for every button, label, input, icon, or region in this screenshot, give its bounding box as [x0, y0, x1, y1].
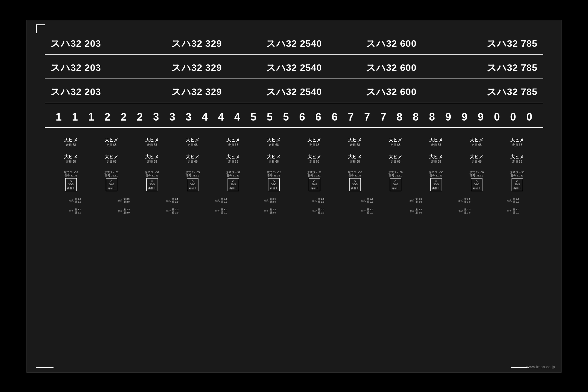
number-section: 1 1 1 2 2 2 3 3 3 4 4 4 5 5 5 6 6 6 7 7 …: [45, 104, 543, 129]
num-28: 0: [489, 111, 505, 123]
num-25: 9: [440, 111, 456, 123]
small-cell-2-3: 大ヒメ定員 68: [132, 154, 172, 164]
tiny-cell-2-7: 形式量 3.5重 3.0: [343, 208, 392, 214]
header-section-1: スハ32 203 スハ32 329 スハ32 2540 スハ32 600 スハ3…: [45, 32, 543, 56]
small-cell-1-7: 大ヒメ定員 68: [294, 137, 335, 147]
num-22: 8: [391, 111, 407, 123]
header-section-3: スハ32 203 スハ32 329 スハ32 2540 スハ32 600 スハ3…: [45, 80, 543, 104]
tiny-cell-2-6: 形式量 3.5重 3.0: [294, 208, 343, 214]
main-frame: スハ32 203 スハ32 329 スハ32 2540 スハ32 600 スハ3…: [26, 20, 562, 373]
small-cell-1-2: 大ヒメ定員 68: [91, 137, 132, 147]
tiny-cell-2-9: 形式量 3.5重 3.0: [440, 208, 489, 214]
small-cell-2-2: 大ヒメ定員 68: [91, 154, 132, 164]
tiny-cell-2-2: 形式量 3.5重 3.0: [99, 208, 148, 214]
label-3-1: スハ32 203: [51, 86, 148, 99]
num-23: 8: [407, 111, 424, 123]
badge-cell-10: 形式 スハ38番号 31.31 A36-5両替工: [416, 171, 456, 191]
label-3-4: スハ32 600: [343, 86, 440, 99]
tiny-cell-1-10: 形式量 3.5重 3.0: [489, 198, 537, 204]
tiny-cell-1-4: 形式量 3.5重 3.0: [197, 198, 245, 204]
num-6: 2: [132, 111, 148, 123]
divider-4: [45, 127, 543, 128]
tiny-cell-1-5: 形式量 3.5重 3.0: [245, 198, 294, 204]
badge-cell-1: 形式 スハ32番号 31.31 A36-5両替工: [51, 171, 91, 191]
badge-cell-11: 形式 スハ38番号 31.31 A36-5両替工: [456, 171, 497, 191]
label-2-1: スハ32 203: [51, 61, 148, 74]
label-row-3: スハ32 203 スハ32 329 スハ32 2540 スハ32 600 スハ3…: [45, 80, 543, 101]
tiny-cell-1-3: 形式量 3.5重 3.0: [148, 198, 197, 204]
num-4: 2: [99, 111, 116, 123]
num-24: 8: [424, 111, 440, 123]
corner-mark-bl: [36, 367, 54, 368]
num-1: 1: [51, 111, 67, 123]
label-2-2: スハ32 329: [148, 61, 245, 74]
num-15: 5: [278, 111, 294, 123]
small-cell-1-4: 大ヒメ定員 68: [172, 137, 213, 147]
tiny-cell-2-5: 形式量 3.5重 3.0: [245, 208, 294, 214]
small-cell-1-1: 大ヒメ定員 68: [51, 137, 91, 147]
num-29: 0: [505, 111, 521, 123]
num-7: 3: [148, 111, 164, 123]
label-row-2: スハ32 203 スハ32 329 スハ32 2540 スハ32 600 スハ3…: [45, 56, 543, 77]
badge-cell-12: 形式 スハ38番号 31.31 A36-5両替工: [497, 171, 537, 191]
num-27: 9: [472, 111, 489, 123]
small-cell-1-5: 大ヒメ定員 68: [213, 137, 253, 147]
num-9: 3: [181, 111, 197, 123]
label-1-3: スハ32 2540: [245, 37, 343, 50]
num-2: 1: [67, 111, 83, 123]
num-8: 3: [164, 111, 180, 123]
badge-grid-row-1: 形式 スハ32番号 31.31 A36-5両替工 形式 スハ32番号 31.31…: [45, 169, 543, 192]
tiny-cell-2-10: 形式量 3.5重 3.0: [489, 208, 537, 214]
divider-3: [45, 103, 543, 103]
num-13: 5: [245, 111, 261, 123]
tiny-grid-row-2: 形式量 3.5重 3.0 形式量 3.5重 3.0 形式量 3.5重 3.0 形…: [45, 207, 543, 215]
tiny-cell-1-9: 形式量 3.5重 3.0: [440, 198, 489, 204]
num-26: 9: [456, 111, 472, 123]
small-cell-2-12: 大ヒメ定員 68: [497, 154, 537, 164]
num-20: 7: [359, 111, 375, 123]
badge-cell-9: 形式 スハ38番号 31.31 A36-5両替工: [375, 171, 416, 191]
label-1-1: スハ32 203: [51, 37, 148, 50]
badge-cell-2: 形式 スハ32番号 31.31 A36-5両替工: [91, 171, 132, 191]
small-cell-1-10: 大ヒメ定員 68: [416, 137, 456, 147]
header-section-2: スハ32 203 スハ32 329 スハ32 2540 スハ32 600 スハ3…: [45, 56, 543, 80]
small-cell-1-11: 大ヒメ定員 68: [456, 137, 497, 147]
small-cell-2-10: 大ヒメ定員 68: [416, 154, 456, 164]
badge-cell-4: 形式 スハ35番号 31.31 A36-5両替工: [172, 171, 213, 191]
label-2-4: スハ32 600: [343, 61, 440, 74]
label-3-2: スハ32 329: [148, 86, 245, 99]
corner-mark-br: [511, 367, 529, 368]
label-1-4: スハ32 600: [343, 37, 440, 50]
tiny-cell-1-8: 形式量 3.5重 3.0: [391, 198, 440, 204]
small-grid-row-2: 大ヒメ定員 68 大ヒメ定員 68 大ヒメ定員 68 大ヒメ定員 68 大ヒメ定…: [45, 151, 543, 165]
small-cell-1-3: 大ヒメ定員 68: [132, 137, 172, 147]
num-11: 4: [213, 111, 229, 123]
label-2-3: スハ32 2540: [245, 61, 343, 74]
small-grid-row-1: 大ヒメ定員 68 大ヒメ定員 68 大ヒメ定員 68 大ヒメ定員 68 大ヒメ定…: [45, 134, 543, 148]
num-14: 5: [262, 111, 278, 123]
badge-cell-3: 形式 スハ32番号 31.31 A36-5両替工: [132, 171, 172, 191]
small-cell-2-8: 大ヒメ定員 68: [335, 154, 375, 164]
num-30: 0: [521, 111, 537, 123]
label-3-5: スハ32 785: [440, 86, 537, 99]
badge-cell-7: 形式 スハ38番号 31.31 A36-5両替工: [294, 171, 335, 191]
small-cell-2-7: 大ヒメ定員 68: [294, 154, 335, 164]
num-10: 4: [197, 111, 213, 123]
label-row-1: スハ32 203 スハ32 329 スハ32 2540 スハ32 600 スハ3…: [45, 32, 543, 53]
num-16: 6: [294, 111, 310, 123]
tiny-cell-1-1: 形式量 3.5重 3.0: [51, 198, 99, 204]
corner-mark-tl: [36, 24, 45, 33]
tiny-cell-1-6: 形式量 3.5重 3.0: [294, 198, 343, 204]
tiny-cell-2-4: 形式量 3.5重 3.0: [197, 208, 245, 214]
badge-cell-8: 形式 スハ38番号 31.31 A36-5両替工: [335, 171, 375, 191]
small-cell-2-11: 大ヒメ定員 68: [456, 154, 497, 164]
tiny-cell-1-2: 形式量 3.5重 3.0: [99, 198, 148, 204]
num-17: 6: [310, 111, 326, 123]
small-cell-2-1: 大ヒメ定員 68: [51, 154, 91, 164]
divider-1: [45, 54, 543, 55]
num-12: 4: [229, 111, 245, 123]
num-19: 7: [343, 111, 359, 123]
tiny-cell-2-8: 形式量 3.5重 3.0: [391, 208, 440, 214]
watermark: www.imon.co.jp: [527, 365, 555, 369]
small-cell-1-9: 大ヒメ定員 68: [375, 137, 416, 147]
